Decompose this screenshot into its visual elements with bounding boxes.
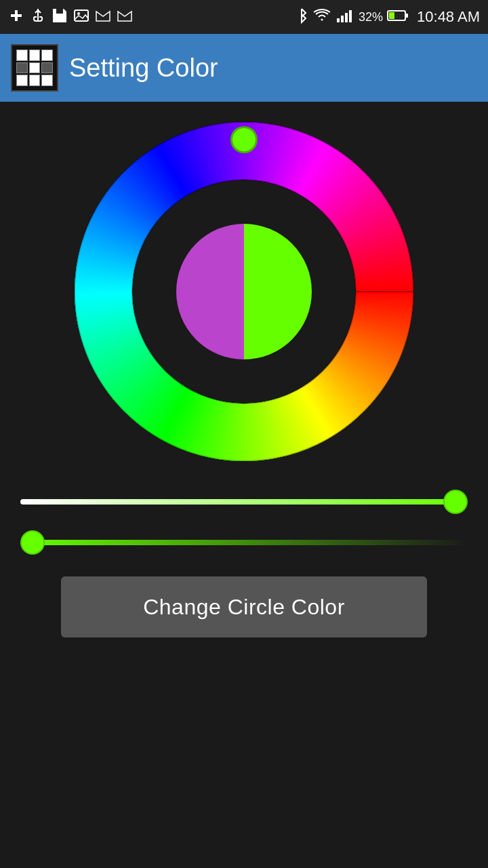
cells-logo	[16, 50, 53, 86]
add-icon	[8, 7, 24, 26]
wifi-icon	[312, 7, 331, 26]
svg-rect-1	[11, 14, 22, 17]
time: 10:48 AM	[417, 8, 480, 26]
battery-level: 32%	[359, 10, 383, 24]
color-wheel-container[interactable]	[68, 115, 420, 468]
brightness-slider-track[interactable]	[20, 499, 468, 505]
app-icon	[11, 44, 58, 92]
usb-icon	[30, 7, 46, 26]
gmail-icon	[95, 7, 111, 26]
main-content: Change Circle Color	[0, 102, 488, 637]
save-icon	[52, 7, 68, 26]
status-icons-right: 32% 10:48 AM	[295, 7, 480, 26]
opacity-slider-thumb[interactable]	[20, 530, 45, 555]
signal-icon	[336, 7, 354, 26]
status-icons-left	[8, 7, 133, 26]
battery-icon	[387, 9, 409, 25]
circle-previous-color	[176, 224, 244, 359]
status-bar: 32% 10:48 AM	[0, 0, 488, 34]
opacity-slider-container[interactable]	[20, 529, 468, 556]
gmail2-icon	[117, 7, 133, 26]
app-title: Setting Color	[69, 54, 218, 83]
svg-rect-9	[405, 14, 408, 18]
bluetooth-icon	[295, 7, 308, 26]
hue-handle[interactable]	[230, 126, 258, 153]
svg-rect-6	[345, 13, 348, 22]
brightness-slider-thumb[interactable]	[443, 490, 468, 514]
svg-rect-10	[389, 12, 394, 19]
change-circle-color-button[interactable]: Change Circle Color	[61, 576, 427, 637]
svg-rect-7	[349, 10, 352, 22]
brightness-slider-container[interactable]	[20, 488, 468, 515]
opacity-slider-track[interactable]	[20, 540, 468, 545]
app-bar: Setting Color	[0, 34, 488, 102]
svg-point-3	[77, 12, 80, 15]
image-icon	[73, 7, 89, 26]
circle-selected-color	[244, 224, 312, 359]
center-circle	[176, 224, 312, 359]
svg-rect-4	[337, 18, 340, 22]
svg-rect-5	[341, 16, 344, 22]
